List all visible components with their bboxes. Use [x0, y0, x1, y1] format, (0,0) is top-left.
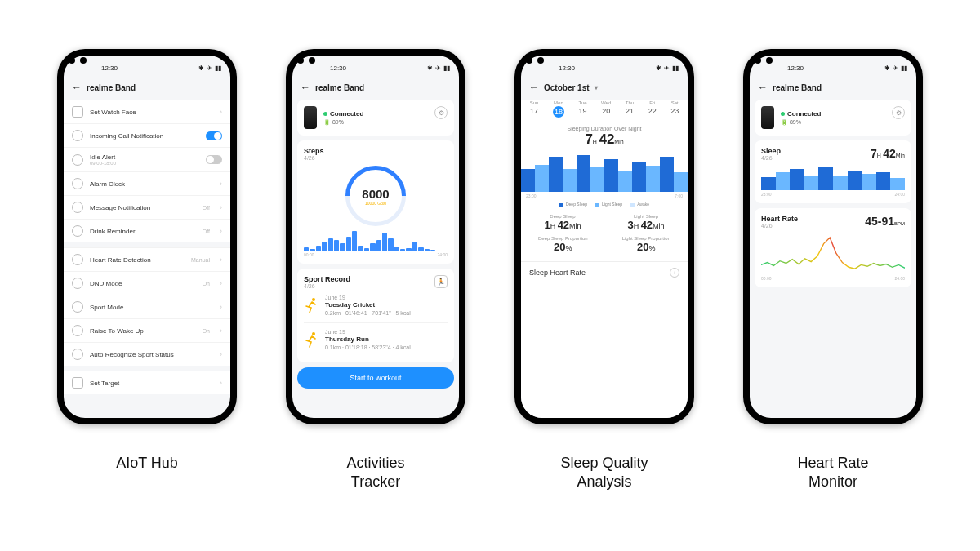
phone-aiot-hub: 12:30 ✱ ✈ ▮▮ ← realme Band Set Watch Fac… [57, 49, 237, 424]
back-icon[interactable]: ← [758, 82, 768, 93]
settings-row[interactable]: Sport Mode› [64, 295, 230, 318]
chevron-right-icon: › [220, 350, 222, 358]
heart-rate-chart [761, 235, 905, 274]
header: ← realme Band [64, 77, 230, 100]
steps-ring: 8000 10000 Goal [345, 166, 406, 226]
calendar-day[interactable]: Mon18 [553, 100, 564, 118]
info-icon: i [670, 268, 679, 278]
row-icon [72, 349, 83, 360]
row-icon [72, 178, 83, 189]
sleep-mini-chart [761, 166, 905, 190]
light-sleep-value: Light Sleep 3H 42Min [627, 214, 664, 231]
steps-card[interactable]: Steps 4/26 8000 10000 Goal 00:0024:00 [297, 140, 454, 264]
settings-row[interactable]: Set Watch Face› [64, 100, 230, 123]
phone-heart-rate: 12:30✱ ✈ ▮▮ ← realme Band ⚙ Connected 🔋 … [743, 49, 923, 424]
heart-rate-card[interactable]: Heart Rate 4/26 45-91BPM 00:0024:00 [755, 208, 911, 287]
svg-point-1 [312, 332, 315, 335]
chevron-right-icon: › [220, 256, 222, 264]
sleep-heart-rate-row[interactable]: Sleep Heart Rate i [521, 261, 688, 283]
status-bar: 12:30 ✱ ✈ ▮▮ [64, 56, 230, 77]
row-icon [72, 254, 83, 265]
settings-row[interactable]: Raise To Wake UpOn› [64, 318, 230, 342]
settings-row[interactable]: Auto Recognize Sport Status› [64, 342, 230, 366]
band-image [761, 106, 774, 129]
device-card[interactable]: ⚙ Connected 🔋 89% [297, 100, 454, 136]
chevron-right-icon: › [220, 303, 222, 311]
status-bar: 12:30 ✱ ✈ ▮▮ [292, 56, 459, 77]
calendar-day[interactable]: Sun17 [530, 100, 539, 118]
status-icons: ✱ ✈ ▮▮ [198, 64, 222, 72]
chevron-right-icon: › [220, 227, 222, 235]
chevron-down-icon[interactable]: ▾ [595, 84, 598, 91]
chevron-right-icon: › [220, 379, 222, 387]
calendar-day[interactable]: Tue19 [578, 100, 586, 118]
caption: ActivitiesTracker [346, 454, 404, 492]
back-icon[interactable]: ← [72, 82, 82, 93]
runner-icon [304, 331, 318, 349]
sleep-card[interactable]: Sleep 4/26 7H 42Min 23:0024:00 [755, 140, 911, 203]
calendar-strip[interactable]: Sun17Mon18Tue19Wed20Thu21Fri22Sat23 [521, 100, 688, 124]
settings-row[interactable]: Heart Rate DetectionManual› [64, 247, 230, 271]
settings-row[interactable]: Incoming Call Notification [64, 123, 230, 147]
svg-point-0 [312, 298, 315, 301]
calendar-day[interactable]: Sat23 [670, 100, 679, 118]
sleep-legend: Deep SleepLight SleepAwake [521, 202, 688, 207]
sport-record-card[interactable]: 🏃 Sport Record 4/26 June 19Tuesday Crick… [297, 269, 454, 362]
sport-icon[interactable]: 🏃 [434, 275, 448, 288]
caption: Heart RateMonitor [797, 454, 868, 492]
sport-record[interactable]: June 19Tuesday Cricket0.2km · 01'46:41 ·… [304, 289, 448, 322]
band-image [304, 106, 317, 129]
calendar-day[interactable]: Thu21 [626, 100, 634, 118]
toggle[interactable] [206, 131, 222, 140]
header-title: realme Band [87, 83, 136, 92]
row-icon [72, 106, 83, 118]
row-icon [72, 301, 83, 313]
back-icon[interactable]: ← [529, 82, 539, 93]
chevron-right-icon: › [220, 180, 222, 188]
gear-icon[interactable]: ⚙ [892, 106, 905, 119]
phone-sleep-analysis: 12:30✱ ✈ ▮▮ ← October 1st ▾ Sun17Mon18Tu… [514, 49, 694, 424]
phone-activities: 12:30 ✱ ✈ ▮▮ ← realme Band ⚙ Connected 🔋… [286, 49, 466, 424]
sleep-total: 7H 42Min [521, 131, 688, 148]
caption: Sleep QualityAnalysis [560, 454, 648, 492]
settings-row[interactable]: Drink ReminderOff› [64, 219, 230, 242]
row-icon [72, 278, 83, 289]
toggle[interactable] [206, 155, 222, 164]
header: ← realme Band [292, 77, 459, 100]
runner-icon [304, 296, 318, 314]
start-workout-button[interactable]: Start to workout [297, 367, 454, 389]
row-icon [72, 202, 83, 213]
row-icon [72, 225, 83, 237]
sport-record[interactable]: June 19Thursday Run0.1km · 01'18:18 · 58… [304, 322, 448, 357]
header-title: realme Band [773, 83, 822, 92]
caption: AIoT Hub [116, 454, 178, 473]
row-icon [72, 325, 83, 336]
calendar-day[interactable]: Fri22 [648, 100, 657, 118]
steps-histogram [304, 229, 448, 251]
calendar-day[interactable]: Wed20 [601, 100, 611, 118]
device-card[interactable]: ⚙ Connected 🔋 89% [755, 100, 911, 136]
settings-row[interactable]: Set Target› [64, 371, 230, 394]
status-time: 12:30 [101, 64, 118, 72]
header-title[interactable]: October 1st [544, 83, 590, 92]
deep-sleep-value: Deep Sleep 1H 42Min [544, 214, 581, 231]
settings-row[interactable]: Alarm Clock› [64, 171, 230, 195]
row-icon [72, 154, 83, 166]
row-icon [72, 377, 83, 389]
chevron-right-icon: › [220, 327, 222, 335]
chevron-right-icon: › [220, 108, 222, 116]
chevron-right-icon: › [220, 279, 222, 287]
header-title: realme Band [315, 83, 364, 92]
sleep-chart [521, 153, 688, 192]
gear-icon[interactable]: ⚙ [434, 106, 448, 119]
settings-row[interactable]: Message NotificationOff› [64, 195, 230, 219]
back-icon[interactable]: ← [301, 82, 310, 93]
settings-row[interactable]: Idle Alert09:00-18:00 [64, 147, 230, 171]
chevron-right-icon: › [220, 203, 222, 211]
settings-row[interactable]: DND ModeOn› [64, 271, 230, 295]
row-icon [72, 130, 83, 141]
